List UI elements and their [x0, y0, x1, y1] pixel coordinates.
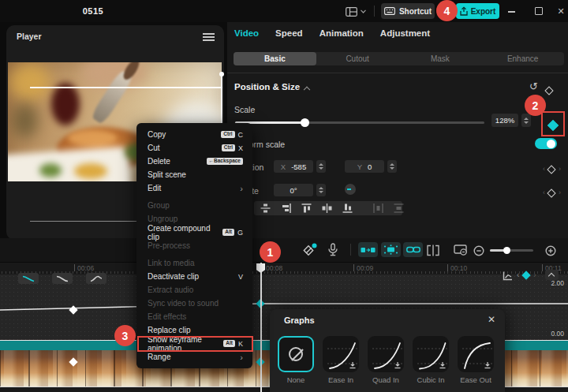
uniform-scale-toggle[interactable]: [535, 138, 557, 149]
inspector-subtabs: BasicCutoutMaskEnhance: [234, 52, 564, 65]
menu-item[interactable]: Create compound clip Alt G ›: [136, 226, 252, 239]
annotation-step-3: 3: [114, 325, 136, 346]
menu-item[interactable]: Link to media ›: [136, 256, 252, 270]
ruler-label: 00:08: [263, 264, 282, 272]
annotation-step-4: 4: [436, 0, 458, 21]
section-keyframe-icon[interactable]: [546, 83, 552, 97]
distribute-horizontal-icon[interactable]: [373, 203, 383, 213]
shortcut-badge: Ctrl: [222, 144, 235, 151]
layout-switch-button[interactable]: [346, 5, 372, 18]
position-keyframe-button[interactable]: ‹ ›: [543, 162, 561, 176]
inspector-tab[interactable]: Animation: [320, 28, 364, 38]
playhead[interactable]: [260, 263, 262, 392]
ruler-label: 00:09: [353, 264, 373, 272]
position-x-input[interactable]: X-585: [274, 160, 313, 173]
curve-preset-button-2[interactable]: [52, 273, 73, 284]
graph-editor-icon[interactable]: [503, 270, 513, 284]
current-keyframe-icon[interactable]: [522, 271, 531, 279]
rotate-input[interactable]: 0°: [274, 184, 313, 196]
shortcut-button[interactable]: Shortcut: [381, 3, 435, 19]
scale-slider[interactable]: [235, 121, 484, 124]
menu-item[interactable]: Edit ›: [136, 181, 252, 195]
record-voiceover-button[interactable]: [327, 243, 339, 260]
export-button[interactable]: Export: [456, 3, 499, 19]
magnetic-snap-button[interactable]: [358, 242, 378, 257]
section-position-size[interactable]: Position & Size: [234, 82, 309, 91]
annotation-box-menu-item: [137, 336, 253, 352]
close-button[interactable]: ✕: [555, 5, 567, 17]
curve-preset-button-3[interactable]: [86, 273, 106, 284]
minimize-button[interactable]: [505, 5, 518, 17]
menu-item[interactable]: Sync video to sound ›: [136, 297, 252, 310]
scale-slider-knob[interactable]: [301, 118, 309, 127]
player-menu-icon[interactable]: [203, 33, 215, 41]
zoom-out-button[interactable]: [473, 245, 484, 259]
layout-icon: [346, 7, 357, 17]
align-vertical-center-icon[interactable]: [260, 203, 271, 213]
inspector-subtab[interactable]: Cutout: [316, 52, 399, 65]
menu-item[interactable]: Pre-process ›: [136, 239, 252, 252]
inspector-tab[interactable]: Adjustment: [380, 28, 430, 38]
menu-item[interactable]: Range ›: [136, 350, 252, 364]
split-clip-button[interactable]: [426, 245, 440, 259]
align-bottom-icon[interactable]: [342, 203, 353, 213]
zoom-slider-knob[interactable]: [503, 247, 510, 254]
toolbar-separator: [350, 244, 351, 256]
submenu-arrow-icon: ›: [240, 353, 243, 362]
transform-bbox-top[interactable]: [30, 87, 222, 88]
chevron-down-icon: [361, 9, 366, 13]
inspector-subtab[interactable]: Mask: [399, 52, 482, 65]
inspector-panel: VideoSpeedAnimationAdjustment BasicCutou…: [227, 22, 568, 238]
shortcut-key: X: [238, 144, 243, 152]
inspector-subtab[interactable]: Basic: [234, 52, 316, 65]
menu-item[interactable]: Group ›: [136, 199, 252, 212]
auto-snap-button[interactable]: [381, 242, 401, 257]
ruler-label: 00:06: [74, 264, 94, 272]
transform-handle[interactable]: [219, 72, 224, 77]
graph-option[interactable]: Cubic In: [413, 336, 449, 384]
align-top-icon[interactable]: [301, 203, 312, 213]
shortcut-key: V: [238, 273, 243, 281]
position-y-stepper[interactable]: [387, 160, 397, 173]
scale-value-input[interactable]: 128%: [491, 114, 518, 127]
menu-item[interactable]: Edit effects ›: [136, 310, 252, 323]
menu-item[interactable]: Cut Ctrl X ›: [136, 141, 252, 155]
graph-option[interactable]: Ease Out: [458, 336, 494, 384]
rotate-keyframe-button[interactable]: ‹ ›: [543, 185, 561, 200]
add-keyframe-button[interactable]: [302, 243, 318, 260]
timeline-ruler[interactable]: 00:0600:0800:0900:1000:11: [0, 263, 568, 274]
menu-item[interactable]: Split scene ›: [136, 168, 252, 181]
menu-item[interactable]: Deactivate clip V ›: [136, 270, 252, 283]
scale-stepper[interactable]: [521, 114, 531, 127]
align-right-icon[interactable]: [281, 203, 291, 213]
preview-axis-button[interactable]: [454, 245, 469, 259]
graph-option[interactable]: Ease In: [323, 336, 359, 384]
annotation-step-2: 2: [525, 95, 546, 116]
keyframe-diamond-white[interactable]: [69, 305, 77, 314]
graph-option[interactable]: Quad In: [368, 336, 404, 384]
rotate-stepper[interactable]: [316, 184, 326, 196]
maximize-button[interactable]: [532, 5, 545, 17]
menu-item[interactable]: Copy Ctrl C ›: [136, 128, 252, 141]
align-horizontal-center-icon[interactable]: [322, 203, 332, 213]
inspector-tab[interactable]: Video: [234, 28, 259, 38]
prev-keyframe-button[interactable]: ‹: [517, 271, 519, 279]
reset-icon[interactable]: ↺: [529, 80, 538, 92]
close-icon[interactable]: ✕: [488, 314, 495, 325]
download-icon: [440, 362, 446, 368]
distribute-vertical-icon[interactable]: [394, 203, 404, 213]
curve-preset-button-1[interactable]: [18, 273, 39, 284]
graph-option[interactable]: None: [278, 336, 314, 384]
scale-label: Scale: [234, 105, 255, 114]
next-keyframe-button[interactable]: ›: [533, 271, 536, 279]
timeline-zoom-slider[interactable]: [490, 249, 533, 252]
link-clips-button[interactable]: [403, 242, 423, 257]
menu-item[interactable]: Delete ←Backspace ›: [136, 155, 252, 168]
position-y-input[interactable]: Y0: [345, 160, 384, 173]
rotate-dial[interactable]: [345, 184, 356, 195]
position-x-stepper[interactable]: [316, 160, 326, 173]
zoom-in-button[interactable]: [545, 245, 556, 259]
menu-item[interactable]: Extract audio ›: [136, 283, 252, 297]
inspector-subtab[interactable]: Enhance: [481, 52, 564, 65]
inspector-tab[interactable]: Speed: [275, 28, 303, 38]
